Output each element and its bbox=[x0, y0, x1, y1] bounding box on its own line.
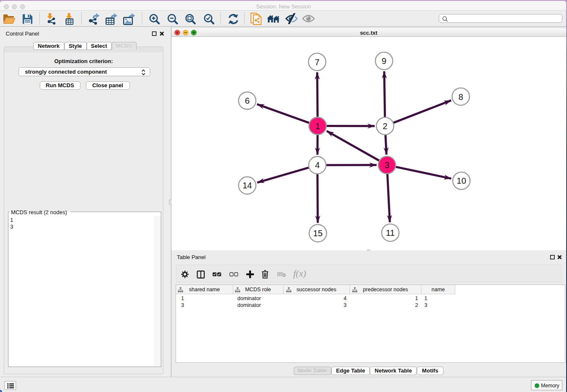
svg-text:8: 8 bbox=[458, 92, 463, 102]
svg-text:15: 15 bbox=[313, 229, 322, 238]
svg-text:2: 2 bbox=[383, 121, 387, 131]
svg-text:9: 9 bbox=[382, 56, 386, 66]
svg-text:7: 7 bbox=[315, 58, 319, 67]
svg-text:10: 10 bbox=[457, 176, 466, 185]
svg-text:14: 14 bbox=[242, 181, 252, 190]
svg-text:11: 11 bbox=[386, 228, 395, 237]
svg-text:6: 6 bbox=[245, 96, 250, 105]
svg-text:3: 3 bbox=[385, 160, 389, 170]
svg-text:4: 4 bbox=[315, 160, 319, 170]
svg-text:1: 1 bbox=[315, 121, 320, 131]
